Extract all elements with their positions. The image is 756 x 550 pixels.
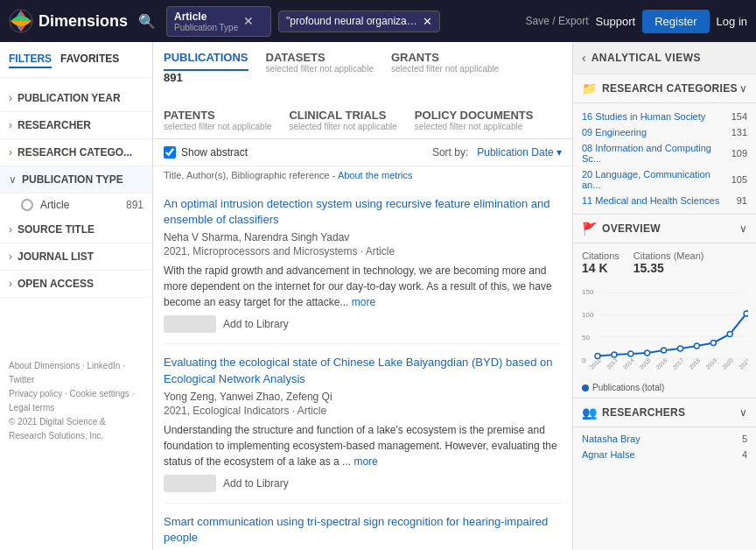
- svg-point-16: [710, 341, 716, 346]
- chevron-right-icon: ›: [9, 146, 12, 159]
- filter-label-journal-list: JOURNAL LIST: [18, 250, 144, 263]
- researchers-title: RESEARCHERS: [602, 406, 739, 419]
- citations-label: Citations: [582, 250, 620, 261]
- filter-research-catego[interactable]: › RESEARCH CATEGO...: [0, 139, 152, 166]
- tab-grants[interactable]: GRANTS selected filter not applicable: [391, 51, 499, 81]
- tag2-text: "profound neural organization" ...: [286, 15, 417, 27]
- filter-label-research-catego: RESEARCH CATEGO...: [18, 146, 144, 159]
- researcher-count-1: 4: [742, 449, 747, 460]
- support-button[interactable]: Support: [596, 15, 636, 28]
- overview-header[interactable]: 🚩 OVERVIEW ∨: [573, 215, 756, 243]
- researcher-list: Natasha Bray 5 Agnar Halse 4: [573, 427, 756, 466]
- svg-text:2016: 2016: [654, 356, 668, 370]
- content-tab-bar: PUBLICATIONS 891 DATASETS selected filte…: [153, 42, 572, 139]
- linkedin-link[interactable]: LinkedIn: [88, 361, 121, 370]
- svg-point-11: [628, 351, 634, 356]
- content-controls: Show abstract Sort by: Publication Date …: [153, 139, 572, 166]
- pub-more-link-1[interactable]: more: [352, 296, 375, 308]
- chevron-right-icon: ›: [9, 278, 12, 290]
- research-categories-header[interactable]: 📁 RESEARCH CATEGORIES ∨: [573, 74, 756, 103]
- sidebar-tab-favorites[interactable]: FAVORITES: [60, 53, 119, 68]
- researcher-item-0: Natasha Bray 5: [580, 431, 749, 447]
- filter-publication-type[interactable]: ∨ PUBLICATION TYPE: [0, 166, 152, 194]
- tab-patents[interactable]: PATENTS selected filter not applicable: [164, 109, 271, 138]
- save-export-button[interactable]: Save / Export: [526, 15, 589, 27]
- pub-type-count: 891: [126, 199, 144, 211]
- pub-title-1[interactable]: An optimal intrusion detection system us…: [164, 196, 562, 228]
- about-dimensions-link[interactable]: About Dimensions: [9, 361, 80, 370]
- pub-item-2: Evaluating the ecological state of Chine…: [164, 344, 562, 503]
- search-tag-text[interactable]: "profound neural organization" ... ✕: [278, 11, 440, 32]
- search-tag-article[interactable]: Article Publication Type ✕: [166, 6, 271, 37]
- publication-type-article[interactable]: Article 891: [0, 194, 152, 216]
- pub-title-2[interactable]: Evaluating the ecological state of Chine…: [164, 355, 562, 386]
- lib-placeholder-2: [164, 475, 216, 492]
- tag2-close-icon[interactable]: ✕: [423, 15, 432, 28]
- svg-text:2021: 2021: [738, 356, 748, 370]
- svg-text:2019: 2019: [704, 356, 718, 370]
- cat-link-1[interactable]: 09 Engineering: [582, 127, 732, 138]
- researchers-chevron-icon: ∨: [739, 406, 747, 419]
- add-library-button-2[interactable]: Add to Library: [223, 477, 289, 490]
- twitter-link[interactable]: Twitter: [9, 375, 34, 384]
- sidebar-tab-filters[interactable]: FILTERS: [9, 53, 52, 68]
- svg-point-13: [662, 348, 667, 353]
- citations-value: 14 K: [582, 261, 620, 275]
- show-abstract-label: Show abstract: [181, 146, 248, 159]
- filter-publication-year[interactable]: › PUBLICATION YEAR: [0, 85, 152, 112]
- svg-point-14: [678, 346, 683, 351]
- main-layout: FILTERS FAVORITES › PUBLICATION YEAR › R…: [0, 42, 756, 550]
- login-button[interactable]: Log in: [717, 15, 747, 28]
- search-button[interactable]: 🔍: [135, 10, 159, 33]
- svg-text:2015: 2015: [638, 356, 651, 370]
- about-metrics-link[interactable]: About the metrics: [338, 170, 413, 180]
- researcher-count-0: 5: [742, 434, 747, 444]
- tab-clinical-trials-name: CLINICAL TRIALS: [289, 109, 396, 122]
- tab-datasets[interactable]: DATASETS selected filter not applicable: [266, 51, 374, 81]
- cat-count-1: 131: [732, 127, 747, 138]
- pub-more-link-2[interactable]: more: [354, 455, 377, 468]
- tag1-subtitle: Publication Type: [174, 23, 238, 32]
- overview-section: 🚩 OVERVIEW ∨ Citations 14 K Citations (M…: [573, 214, 756, 398]
- svg-point-15: [694, 343, 699, 349]
- tab-publications[interactable]: PUBLICATIONS 891: [164, 51, 248, 91]
- researcher-link-0[interactable]: Natasha Bray: [582, 434, 742, 444]
- tab-policy-documents[interactable]: POLICY DOCUMENTS selected filter not app…: [415, 109, 534, 138]
- tag1-close-icon[interactable]: ✕: [243, 14, 254, 28]
- filter-researcher[interactable]: › RESEARCHER: [0, 112, 152, 139]
- filter-source-title[interactable]: › SOURCE TITLE: [0, 216, 152, 243]
- cat-link-0[interactable]: 16 Studies in Human Society: [582, 111, 732, 122]
- overview-stats: Citations 14 K Citations (Mean) 15.35: [573, 243, 756, 282]
- cat-link-4[interactable]: 11 Medical and Health Sciences: [582, 195, 737, 206]
- show-abstract-checkbox[interactable]: Show abstract: [164, 146, 248, 159]
- cookie-settings-link[interactable]: Cookie settings: [69, 389, 129, 398]
- register-button[interactable]: Register: [642, 10, 709, 33]
- citations-stat: Citations 14 K: [582, 250, 620, 275]
- svg-text:0: 0: [582, 356, 586, 364]
- tab-policy-documents-name: POLICY DOCUMENTS: [415, 109, 534, 122]
- research-categories-title: RESEARCH CATEGORIES: [602, 82, 739, 95]
- pub-abstract-1: With the rapid growth and advancement in…: [164, 263, 562, 310]
- analytical-views-header[interactable]: ‹ ANALYTICAL VIEWS: [573, 42, 756, 74]
- filter-open-access[interactable]: › OPEN ACCESS: [0, 271, 152, 298]
- sort-select-button[interactable]: Publication Date ▾: [477, 146, 562, 159]
- researcher-link-1[interactable]: Agnar Halse: [582, 449, 742, 460]
- show-abstract-input[interactable]: [164, 146, 176, 159]
- cat-link-2[interactable]: 08 Information and Computing Sc...: [582, 143, 732, 164]
- privacy-policy-link[interactable]: Privacy policy: [9, 389, 62, 398]
- sidebar: FILTERS FAVORITES › PUBLICATION YEAR › R…: [0, 42, 153, 550]
- legal-terms-link[interactable]: Legal terms: [9, 403, 54, 412]
- add-library-button-1[interactable]: Add to Library: [223, 318, 289, 330]
- pub-title-3[interactable]: Smart communication using tri-spectral s…: [164, 514, 562, 546]
- researchers-header[interactable]: 👥 RESEARCHERS ∨: [573, 398, 756, 427]
- tab-policy-documents-note: selected filter not applicable: [415, 122, 534, 131]
- filter-label-source-title: SOURCE TITLE: [18, 223, 144, 236]
- filter-journal-list[interactable]: › JOURNAL LIST: [0, 243, 152, 271]
- cat-link-3[interactable]: 20 Language, Communication an...: [582, 169, 732, 190]
- tab-clinical-trials[interactable]: CLINICAL TRIALS selected filter not appl…: [289, 109, 396, 138]
- sort-value: Publication Date: [477, 146, 553, 159]
- flag-icon: 🚩: [582, 222, 597, 236]
- overview-title: OVERVIEW: [602, 222, 739, 235]
- sidebar-footer: About Dimensions · LinkedIn · Twitter Pr…: [0, 350, 152, 452]
- content-area: PUBLICATIONS 891 DATASETS selected filte…: [153, 42, 572, 550]
